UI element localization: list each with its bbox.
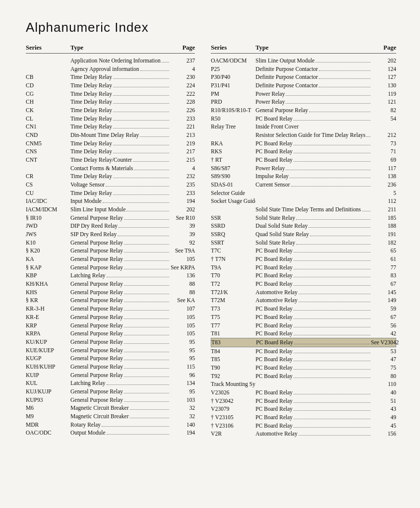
row-type-text: Resistor Selection Guide for Time Delay … bbox=[255, 131, 365, 139]
row-type-text: Time Delay Relay bbox=[70, 147, 112, 156]
right-header-type: Type bbox=[255, 44, 377, 52]
row-series: KUIP bbox=[26, 371, 70, 380]
row-series: Selector Guide bbox=[211, 189, 255, 197]
dots bbox=[124, 219, 169, 220]
table-row: K10General Purpose Relay92 bbox=[26, 239, 195, 247]
row-type: PC Board Relay bbox=[255, 422, 371, 430]
row-series: T85 bbox=[211, 355, 255, 364]
row-page: 67 bbox=[371, 313, 396, 321]
row-series: R50 bbox=[211, 115, 255, 123]
row-type: PC Board Relay bbox=[255, 347, 371, 356]
row-series: T92 bbox=[211, 372, 255, 381]
row-type: Input Module bbox=[70, 197, 170, 205]
table-row: KR-3-HGeneral Purpose Relay107 bbox=[26, 305, 195, 313]
row-page: 230 bbox=[170, 73, 195, 81]
table-row: CGTime Delay Relay222 bbox=[26, 90, 195, 98]
row-type: PC Board Relay bbox=[255, 147, 371, 156]
row-page: 61 bbox=[371, 255, 396, 263]
row-type: General Purpose Relay bbox=[255, 106, 371, 115]
row-series: SSR bbox=[211, 214, 255, 222]
table-row: § K20General Purpose RelaySee T9A bbox=[26, 247, 195, 255]
row-page: 121 bbox=[371, 98, 396, 106]
table-row: † V23106PC Board Relay45 bbox=[211, 422, 396, 430]
table-row: T72PC Board Relay67 bbox=[211, 280, 396, 288]
row-series: CNS bbox=[26, 147, 70, 156]
row-type-text: Slim Line Input Module bbox=[70, 205, 125, 214]
table-row: CHTime Delay Relay228 bbox=[26, 98, 195, 106]
table-row: † V23042PC Board Relay51 bbox=[211, 397, 396, 405]
row-type-text: Contact Forms & Materials bbox=[70, 164, 133, 173]
row-type-text: PC Board Relay bbox=[255, 305, 293, 313]
row-series: KUP93 bbox=[26, 396, 70, 404]
dots bbox=[294, 252, 370, 253]
row-series: R10/R10S/R10-T bbox=[211, 106, 255, 115]
table-row: Selector Guide5 bbox=[211, 189, 396, 197]
row-page: 217 bbox=[170, 147, 195, 156]
row-page: 232 bbox=[170, 172, 195, 181]
row-type-text: Latching Relay bbox=[70, 379, 106, 387]
row-type-text: Time Delay Relay bbox=[70, 172, 112, 181]
table-row: CNDDin-Mount Time Delay Relay213 bbox=[26, 131, 195, 139]
row-type: General Purpose Relay bbox=[70, 239, 170, 247]
row-type-text: Time Delay Relay bbox=[70, 106, 112, 115]
table-row: Track Mounting System110 bbox=[211, 380, 396, 388]
row-series: S89/S90 bbox=[211, 172, 255, 181]
row-type-text: PC Board Relay bbox=[255, 280, 293, 288]
row-type: PC Board Relay bbox=[255, 329, 371, 338]
table-row: S86/S87Power Relay117 bbox=[211, 164, 396, 173]
row-type-text: General Purpose Relay bbox=[70, 239, 123, 247]
row-type-text: PC Board Relay bbox=[255, 347, 293, 356]
dots bbox=[291, 186, 370, 187]
row-type: General Purpose Relay bbox=[70, 296, 170, 305]
table-row: KUE/KUEPGeneral Purpose Relay95 bbox=[26, 346, 195, 355]
row-type: PC Board Relay bbox=[255, 156, 371, 164]
dots bbox=[107, 384, 170, 385]
row-type: Automotive Relay bbox=[255, 296, 371, 305]
row-series: IAC/IDC bbox=[26, 197, 70, 205]
right-header-page: Page bbox=[377, 44, 396, 52]
row-type: General Purpose Relay bbox=[70, 247, 170, 255]
row-page: 134 bbox=[170, 379, 195, 387]
row-type: PC Board Relay bbox=[255, 405, 371, 413]
row-type: General Purpose Relay bbox=[70, 338, 170, 346]
row-type-text: Time Delay Relay bbox=[70, 139, 112, 148]
dots bbox=[113, 112, 169, 112]
row-series: Track Mounting System bbox=[211, 380, 255, 388]
row-page: 130 bbox=[371, 81, 396, 90]
row-type-text: PC Board Relay bbox=[256, 338, 293, 347]
dots bbox=[286, 103, 370, 104]
row-type: Application Note Ordering Information bbox=[70, 57, 170, 65]
row-series: Relay Tree bbox=[211, 123, 255, 131]
row-type: Definite Purpose Contactor bbox=[255, 73, 371, 81]
row-type: Resistor Selection Guide for Time Delay … bbox=[255, 131, 371, 139]
row-series: † V23042 bbox=[211, 397, 255, 405]
table-row: PMPower Relay119 bbox=[211, 90, 396, 98]
row-series: SDAS-01 bbox=[211, 181, 255, 189]
dots bbox=[309, 112, 370, 112]
row-type-text: Time Delay Relay bbox=[70, 123, 112, 131]
row-type: Definite Purpose Contactor bbox=[255, 81, 371, 90]
row-series: † RT bbox=[211, 156, 255, 164]
row-series: RKS bbox=[211, 147, 255, 156]
row-page: 47 bbox=[371, 355, 396, 364]
dots bbox=[124, 360, 169, 360]
table-row: T77PC Board Relay56 bbox=[211, 321, 396, 330]
row-type: General Purpose Relay bbox=[70, 396, 170, 404]
row-type-text: Inside Front Cover bbox=[255, 123, 299, 131]
dots bbox=[124, 393, 169, 393]
dots bbox=[119, 227, 169, 228]
row-type-text: Current Sensor bbox=[255, 181, 290, 189]
table-row: Relay TreeInside Front Cover bbox=[211, 123, 396, 131]
right-column-header: Series Type Page bbox=[211, 44, 396, 54]
table-row: OAC/ODCOutput Module194 bbox=[26, 429, 195, 437]
table-row: T9APC Board Relay77 bbox=[211, 263, 396, 272]
table-row: P25Definite Purpose Contactor124 bbox=[211, 65, 396, 73]
row-type: Latching Relay bbox=[70, 379, 170, 387]
row-page: 110 bbox=[371, 380, 396, 388]
row-type-text: Power Relay bbox=[255, 90, 285, 98]
row-type-text: General Purpose Relay bbox=[70, 338, 123, 346]
dots bbox=[294, 369, 370, 370]
row-type-text: Input Module bbox=[70, 197, 102, 205]
row-series: KUE/KUEP bbox=[26, 346, 70, 355]
table-row: T72MAutomotive Relay149 bbox=[211, 296, 396, 305]
